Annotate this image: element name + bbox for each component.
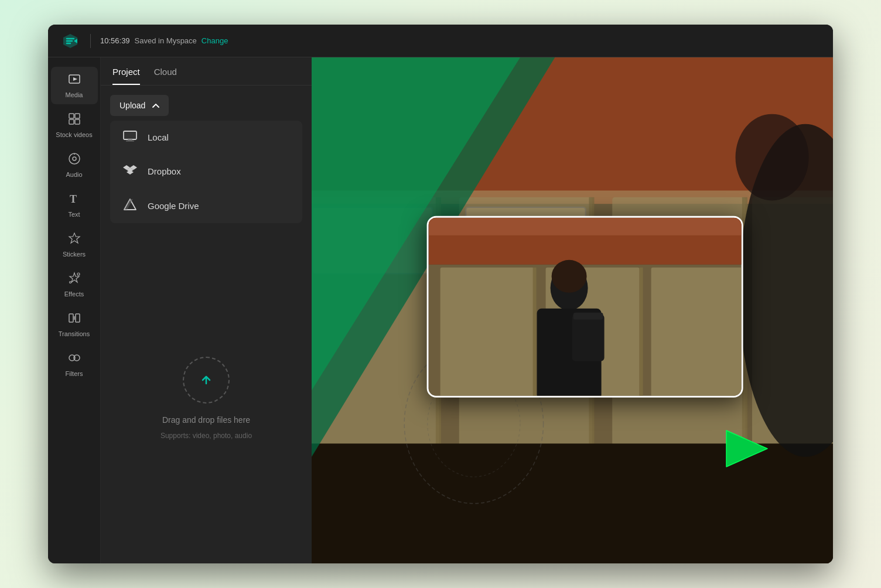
effects-icon bbox=[68, 272, 81, 287]
svg-rect-50 bbox=[533, 268, 537, 398]
gdrive-icon bbox=[122, 198, 138, 214]
svg-point-12 bbox=[69, 282, 71, 283]
svg-rect-3 bbox=[75, 114, 80, 118]
stickers-icon bbox=[68, 232, 81, 247]
svg-rect-55 bbox=[573, 313, 603, 320]
player-area: Player bbox=[312, 57, 833, 563]
sidebar-item-effects-label: Effects bbox=[64, 290, 84, 298]
panel-tabs: Project Cloud bbox=[101, 57, 312, 86]
preview-card bbox=[427, 216, 743, 398]
upload-option-local[interactable]: Local bbox=[110, 121, 302, 154]
upload-btn-label: Upload bbox=[119, 101, 145, 110]
upload-dropdown: Local Dropbox bbox=[110, 121, 302, 223]
media-panel: Project Cloud Upload bbox=[101, 57, 312, 563]
upload-option-local-label: Local bbox=[148, 132, 169, 142]
svg-marker-57 bbox=[726, 430, 767, 467]
tab-cloud[interactable]: Cloud bbox=[154, 67, 177, 85]
sidebar-item-stickers-label: Stickers bbox=[63, 251, 86, 258]
title-bar: 10:56:39 Saved in Myspace Change bbox=[48, 25, 833, 57]
svg-rect-45 bbox=[429, 218, 743, 235]
media-icon bbox=[68, 73, 81, 88]
svg-rect-20 bbox=[128, 139, 132, 141]
title-time: 10:56:39 bbox=[100, 36, 130, 45]
upload-section: Upload bbox=[101, 86, 312, 233]
svg-rect-5 bbox=[75, 119, 80, 124]
svg-rect-49 bbox=[651, 268, 743, 398]
svg-point-7 bbox=[73, 157, 76, 160]
drag-drop-supports: Supports: video, photo, audio bbox=[161, 432, 252, 440]
svg-rect-47 bbox=[440, 268, 534, 398]
svg-marker-1 bbox=[73, 77, 77, 81]
drag-drop-circle bbox=[183, 357, 230, 404]
change-link[interactable]: Change bbox=[202, 36, 228, 45]
sidebar-item-stock-videos-label: Stock videos bbox=[56, 131, 92, 138]
svg-rect-14 bbox=[76, 314, 80, 322]
sidebar-item-transitions-label: Transitions bbox=[59, 330, 90, 337]
green-cursor bbox=[723, 428, 770, 472]
svg-point-56 bbox=[552, 260, 587, 293]
svg-point-11 bbox=[77, 273, 80, 275]
title-divider bbox=[90, 34, 91, 48]
app-window: 10:56:39 Saved in Myspace Change Media bbox=[48, 25, 833, 563]
sidebar-item-text-label: Text bbox=[68, 211, 80, 218]
svg-marker-10 bbox=[69, 233, 80, 243]
sidebar-item-stock-videos[interactable]: Stock videos bbox=[51, 107, 98, 144]
local-icon bbox=[122, 130, 138, 145]
svg-point-6 bbox=[69, 153, 80, 164]
svg-text:T: T bbox=[70, 193, 77, 205]
sidebar-item-filters-label: Filters bbox=[66, 370, 83, 377]
upload-option-dropbox[interactable]: Dropbox bbox=[110, 154, 302, 189]
sidebar-item-stickers[interactable]: Stickers bbox=[51, 226, 98, 264]
upload-option-dropbox-label: Dropbox bbox=[148, 166, 181, 176]
svg-rect-19 bbox=[124, 132, 136, 139]
text-icon: T bbox=[68, 192, 81, 207]
tab-project[interactable]: Project bbox=[112, 67, 140, 85]
svg-rect-4 bbox=[69, 119, 74, 124]
main-content: Media Stock videos bbox=[48, 57, 833, 563]
upload-chevron-icon bbox=[152, 101, 159, 110]
dropbox-icon bbox=[122, 163, 138, 179]
stock-videos-icon bbox=[68, 112, 81, 128]
app-logo bbox=[60, 30, 81, 52]
upload-button[interactable]: Upload bbox=[110, 95, 169, 116]
svg-rect-13 bbox=[69, 314, 73, 322]
drag-drop-text: Drag and drop files here bbox=[162, 415, 250, 425]
sidebar-item-effects[interactable]: Effects bbox=[51, 266, 98, 303]
filters-icon bbox=[68, 351, 81, 367]
sidebar: Media Stock videos bbox=[48, 57, 101, 563]
sidebar-item-media[interactable]: Media bbox=[51, 67, 98, 104]
upload-option-gdrive-label: Google Drive bbox=[148, 201, 199, 211]
svg-rect-21 bbox=[126, 141, 134, 142]
title-info: 10:56:39 Saved in Myspace Change bbox=[100, 36, 228, 45]
drag-drop-area: Drag and drop files here Supports: video… bbox=[101, 233, 312, 563]
transitions-icon bbox=[68, 312, 81, 327]
svg-rect-2 bbox=[69, 114, 74, 118]
title-saved: Saved in Myspace bbox=[135, 36, 197, 45]
sidebar-item-audio[interactable]: Audio bbox=[51, 146, 98, 184]
upload-option-gdrive[interactable]: Google Drive bbox=[110, 189, 302, 223]
sidebar-item-filters[interactable]: Filters bbox=[51, 346, 98, 383]
sidebar-item-media-label: Media bbox=[66, 91, 83, 98]
sidebar-item-audio-label: Audio bbox=[66, 171, 82, 178]
player-background bbox=[312, 57, 833, 563]
sidebar-item-transitions[interactable]: Transitions bbox=[51, 306, 98, 343]
audio-icon bbox=[68, 152, 81, 167]
sidebar-item-text[interactable]: T Text bbox=[51, 186, 98, 224]
svg-rect-54 bbox=[572, 314, 605, 361]
svg-rect-51 bbox=[640, 268, 643, 398]
